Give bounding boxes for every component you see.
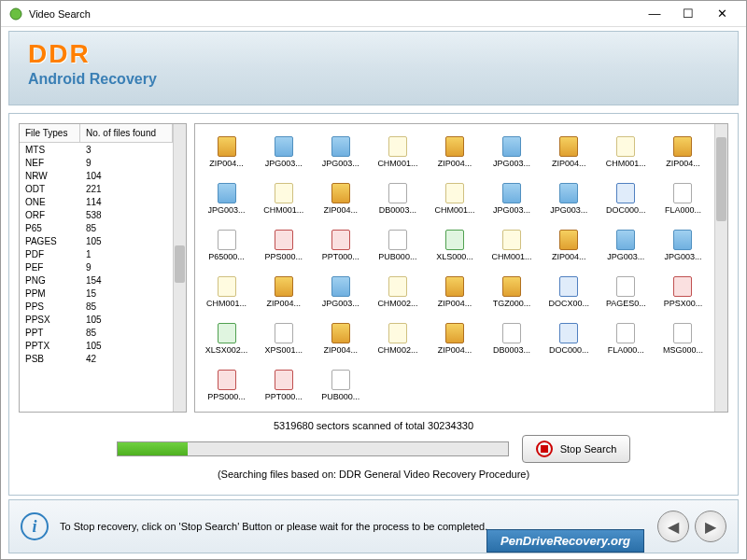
table-row[interactable]: PPM15 [20,287,173,300]
file-item[interactable]: FLA000... [599,316,654,361]
file-type-cell: PNG [20,273,80,287]
file-item[interactable]: PUB000... [313,363,368,408]
file-item[interactable]: CHM001... [199,270,254,315]
col-file-types[interactable]: File Types [20,124,80,142]
file-item[interactable]: ZIP004... [542,130,597,175]
col-count[interactable]: No. of files found [80,124,173,142]
file-type-cell: PPSX [20,313,80,326]
file-type-cell: NRW [20,169,80,182]
file-item[interactable]: P65000... [199,223,254,268]
file-item[interactable]: JPG003... [485,176,540,221]
table-row[interactable]: PNG154 [20,273,173,287]
back-button[interactable]: ◀ [657,511,689,542]
file-item[interactable]: CHM001... [370,130,425,175]
table-row[interactable]: PDF1 [20,247,173,260]
file-item[interactable]: JPG003... [599,223,654,268]
file-item[interactable]: JPG003... [256,130,311,175]
file-item[interactable]: JPG003... [542,176,597,221]
table-row[interactable]: PSB42 [20,352,173,365]
file-icon [388,183,407,203]
table-row[interactable]: PPSX105 [20,313,173,326]
maximize-button[interactable]: ☐ [671,3,705,25]
stop-search-button[interactable]: Stop Search [522,435,631,463]
file-label: JPG003... [664,252,701,261]
file-item[interactable]: DOC000... [542,316,597,361]
file-item[interactable]: CHM002... [370,316,425,361]
file-item[interactable]: PAGES0... [599,270,654,315]
file-label: FLA000... [608,345,644,355]
file-item[interactable]: ZIP004... [313,316,368,361]
file-item[interactable]: ZIP004... [256,270,311,315]
file-item[interactable]: CHM001... [485,223,540,268]
table-row[interactable]: P6585 [20,221,173,234]
file-icon [616,276,635,297]
file-label: CHM001... [434,205,474,215]
table-row[interactable]: ORF538 [20,208,173,221]
file-item[interactable]: PUB000... [370,223,425,268]
table-row[interactable]: ODT221 [20,182,173,195]
file-label: CHM001... [206,299,247,308]
left-scrollbar[interactable] [173,124,186,412]
file-item[interactable]: JPG003... [199,176,254,221]
file-label: PPSX00... [664,299,703,308]
file-item[interactable]: ZIP004... [655,130,711,175]
progress-status: 5319680 sectors scanned of total 3023433… [274,420,473,431]
file-item[interactable]: ZIP004... [427,130,482,175]
file-icon [218,370,236,390]
file-label: ZIP004... [438,345,472,355]
file-label: TGZ000... [493,299,531,308]
table-row[interactable]: PPT85 [20,326,173,339]
right-scrollbar[interactable] [714,124,727,412]
file-item[interactable]: DB0003... [370,176,425,221]
file-icon [388,230,407,250]
file-item[interactable]: CHM001... [256,176,311,221]
table-row[interactable]: PPS85 [20,300,173,313]
file-item[interactable]: PPSX00... [655,270,711,315]
file-item[interactable]: CHM002... [370,270,425,315]
table-row[interactable]: PEF9 [20,260,173,273]
file-type-cell: PPM [20,287,80,300]
file-type-cell: PAGES [20,234,80,247]
file-icon [331,276,350,297]
file-item[interactable]: CHM001... [599,130,654,175]
file-item[interactable]: ZIP004... [427,316,482,361]
file-item[interactable]: DB0003... [485,316,540,361]
file-item[interactable]: XLSX002... [199,316,254,361]
file-item[interactable]: ZIP004... [313,176,368,221]
file-count-cell: 154 [80,273,173,287]
file-item[interactable]: JPG003... [313,270,368,315]
scrollbar-thumb[interactable] [175,245,185,283]
next-button[interactable]: ▶ [695,511,726,542]
file-item[interactable]: PPT000... [256,363,311,408]
file-types-table: File Types No. of files found MTS3NEF9NR… [20,124,173,412]
close-button[interactable]: ✕ [705,3,739,25]
file-item[interactable]: TGZ000... [485,270,540,315]
file-item[interactable]: ZIP004... [427,270,482,315]
scrollbar-thumb[interactable] [716,137,726,221]
file-item[interactable]: CHM001... [427,176,482,221]
file-item[interactable]: JPG003... [655,223,711,268]
file-item[interactable]: DOC000... [599,176,654,221]
file-item[interactable]: ZIP004... [199,130,254,175]
table-row[interactable]: NRW104 [20,169,173,182]
file-item[interactable]: PPS000... [256,223,311,268]
minimize-button[interactable]: — [638,3,671,25]
table-row[interactable]: PAGES105 [20,234,173,247]
file-item[interactable]: MSG000... [655,316,711,361]
file-item[interactable]: PPS000... [199,363,254,408]
file-item[interactable]: JPG003... [313,130,368,175]
table-row[interactable]: ONE114 [20,195,173,208]
table-row[interactable]: MTS3 [20,143,173,156]
file-item[interactable]: FLA000... [655,176,711,221]
table-row[interactable]: NEF9 [20,156,173,169]
file-icon [445,136,464,157]
titlebar: Video Search — ☐ ✕ [1,1,746,27]
file-item[interactable]: XLS000... [427,223,482,268]
table-row[interactable]: PPTX105 [20,339,173,352]
file-count-cell: 9 [80,260,173,273]
file-item[interactable]: DOCX00... [542,270,597,315]
file-item[interactable]: PPT000... [313,223,368,268]
file-item[interactable]: JPG003... [485,130,540,175]
file-item[interactable]: ZIP004... [542,223,597,268]
file-item[interactable]: XPS001... [256,316,311,361]
